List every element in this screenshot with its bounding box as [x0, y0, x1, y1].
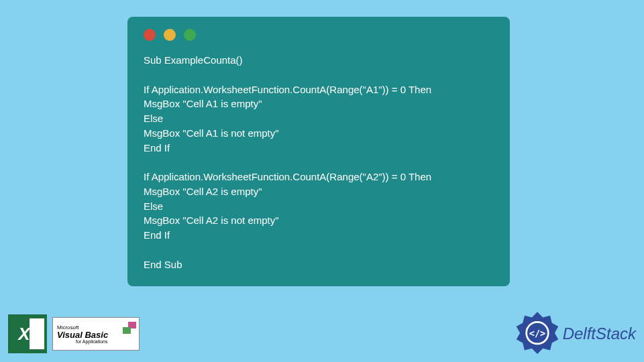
code-line: End Sub	[144, 259, 182, 270]
code-line: MsgBox "Cell A1 is empty"	[144, 98, 262, 109]
maximize-icon[interactable]	[184, 29, 196, 41]
code-line: If Application.WorksheetFunction.CountA(…	[144, 84, 431, 95]
code-line: Sub ExampleCounta()	[144, 54, 243, 66]
code-window: Sub ExampleCounta() If Application.Works…	[127, 17, 510, 286]
code-line: MsgBox "Cell A2 is empty"	[144, 186, 262, 197]
code-block: Sub ExampleCounta() If Application.Works…	[144, 53, 494, 272]
vb-sub-label: for Applications	[76, 339, 107, 344]
minimize-icon[interactable]	[164, 29, 176, 41]
svg-text:</>: </>	[529, 328, 545, 339]
cubes-icon	[117, 322, 136, 335]
code-line: MsgBox "Cell A1 is not empty"	[144, 127, 279, 139]
code-line: End If	[144, 142, 170, 154]
left-logo-group: X Microsoft Visual Basic for Application…	[8, 314, 140, 353]
window-controls	[144, 29, 494, 41]
footer: X Microsoft Visual Basic for Application…	[0, 311, 644, 357]
code-line: Else	[144, 113, 163, 124]
excel-letter: X	[18, 324, 30, 345]
code-line: Else	[144, 200, 163, 212]
code-line: MsgBox "Cell A2 is not empty"	[144, 215, 279, 226]
delftstack-label: DelftStack	[563, 324, 636, 343]
delftstack-logo: </> DelftStack	[515, 311, 636, 357]
vb-main-label: Visual Basic	[57, 330, 108, 339]
gear-icon: </>	[515, 311, 560, 357]
excel-logo-icon: X	[8, 314, 47, 353]
close-icon[interactable]	[144, 29, 156, 41]
code-line: If Application.WorksheetFunction.CountA(…	[144, 171, 431, 182]
visual-basic-logo-icon: Microsoft Visual Basic for Applications	[52, 317, 140, 351]
code-line: End If	[144, 229, 170, 241]
